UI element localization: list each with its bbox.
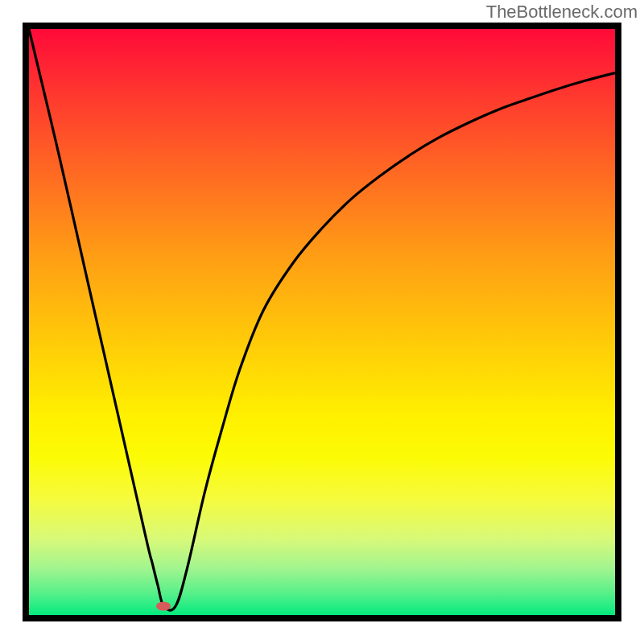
plot-area: [29, 29, 615, 615]
minimum-marker: [156, 602, 171, 611]
chart-container: TheBottleneck.com: [0, 0, 644, 644]
attribution-text: TheBottleneck.com: [486, 2, 638, 23]
bottleneck-curve: [29, 29, 615, 610]
plot-frame: [23, 23, 621, 621]
curve-svg: [29, 29, 615, 615]
